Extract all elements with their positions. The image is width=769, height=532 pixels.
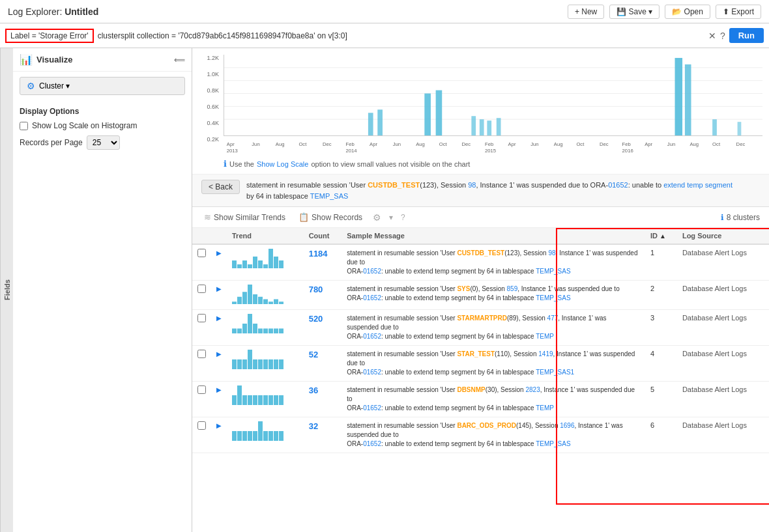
- svg-text:Aug: Aug: [416, 141, 425, 147]
- svg-rect-85: [237, 385, 242, 405]
- row-expand-cell: ▶: [211, 382, 227, 417]
- display-options: Display Options Show Log Scale on Histog…: [13, 100, 192, 156]
- chevron-down-icon[interactable]: ▾: [389, 213, 393, 222]
- expand-header: [211, 228, 227, 244]
- save-button[interactable]: 💾 Save ▾: [609, 5, 660, 19]
- svg-text:2013: 2013: [227, 148, 238, 154]
- run-button[interactable]: Run: [729, 28, 764, 43]
- open-button[interactable]: 📂 Open: [665, 5, 710, 19]
- svg-rect-74: [232, 359, 237, 369]
- row-checkbox[interactable]: [197, 350, 206, 358]
- svg-rect-86: [242, 395, 247, 405]
- main-layout: Fields 📊 Visualize ⟸ ⚙ Cluster ▾ Display…: [0, 48, 769, 532]
- back-bar: < Back statement in resumable session 'U…: [192, 175, 769, 207]
- expand-icon[interactable]: ▶: [216, 285, 222, 292]
- row-checkbox[interactable]: [197, 385, 206, 394]
- svg-rect-88: [253, 395, 257, 405]
- back-ora[interactable]: 01652: [608, 181, 628, 189]
- show-similar-trends-button[interactable]: ≋ Show Similar Trends: [201, 211, 288, 223]
- help-circle-icon[interactable]: ?: [401, 213, 405, 222]
- svg-text:Dec: Dec: [323, 141, 332, 147]
- row-checkbox-cell: [192, 244, 211, 281]
- trend-cell: [227, 382, 304, 417]
- top-bar: Log Explorer: Untitled + New 💾 Save ▾ 📂 …: [0, 0, 769, 23]
- cluster-button[interactable]: ⚙ Cluster ▾: [20, 77, 185, 95]
- svg-text:Apr: Apr: [508, 141, 516, 147]
- records-icon: 📋: [298, 212, 309, 222]
- svg-rect-84: [232, 395, 237, 405]
- collapse-icon[interactable]: ⟸: [174, 55, 185, 64]
- row-checkbox[interactable]: [197, 314, 206, 322]
- sparkline: [232, 421, 284, 441]
- query-text: clustersplit collection = '70cd879ab6c14…: [98, 31, 704, 40]
- y-axis: 1.2K 1.0K 0.8K 0.6K 0.4K 0.2K: [199, 55, 222, 143]
- svg-rect-93: [279, 395, 283, 405]
- svg-rect-101: [268, 431, 273, 441]
- back-tablespace[interactable]: TEMP_SAS: [310, 192, 349, 200]
- expand-icon[interactable]: ▶: [216, 350, 222, 357]
- row-checkbox[interactable]: [197, 249, 206, 257]
- svg-text:Jun: Jun: [530, 141, 538, 147]
- svg-rect-87: [248, 395, 252, 405]
- count-cell: 36: [304, 382, 342, 417]
- id-header: ID ▲: [645, 228, 677, 244]
- query-bar: Label = 'Storage Error' clustersplit col…: [0, 23, 769, 48]
- help-icon[interactable]: ?: [720, 31, 725, 41]
- svg-rect-62: [274, 300, 278, 305]
- row-expand-cell: ▶: [211, 310, 227, 346]
- svg-rect-98: [253, 431, 257, 441]
- svg-rect-50: [263, 264, 268, 268]
- trend-cell: [227, 281, 304, 310]
- table-row: ▶ 520 statement in resumable session 'Us…: [192, 310, 769, 346]
- svg-rect-47: [248, 264, 252, 268]
- svg-rect-65: [237, 329, 242, 334]
- x-axis: Apr 2013 Jun Aug Oct Dec Feb 2014 Apr Ju…: [224, 136, 762, 156]
- sparkline: [232, 314, 284, 333]
- back-user: CUSTDB_TEST: [368, 181, 420, 189]
- svg-rect-90: [263, 395, 268, 405]
- back-button[interactable]: < Back: [201, 180, 240, 194]
- count-header: Count: [304, 228, 342, 244]
- fields-tab[interactable]: Fields: [0, 48, 13, 532]
- svg-rect-78: [253, 359, 257, 369]
- svg-rect-70: [263, 329, 268, 334]
- expand-icon[interactable]: ▶: [216, 386, 222, 393]
- svg-rect-7: [424, 94, 431, 135]
- id-cell: 1: [645, 244, 677, 281]
- back-action[interactable]: extend temp segment: [663, 181, 733, 189]
- svg-rect-79: [258, 359, 263, 369]
- svg-rect-71: [268, 329, 273, 334]
- data-table: Trend Count Sample Message ID ▲ Log Sour…: [192, 228, 769, 453]
- svg-text:Dec: Dec: [600, 141, 609, 147]
- chart-svg: [224, 55, 762, 135]
- sample-msg-cell: statement in resumable session 'User STA…: [341, 310, 645, 346]
- svg-text:Apr: Apr: [645, 141, 652, 147]
- svg-rect-56: [242, 292, 247, 304]
- expand-icon[interactable]: ▶: [216, 315, 222, 322]
- new-button[interactable]: + New: [568, 5, 604, 19]
- svg-rect-77: [248, 350, 252, 369]
- log-scale-checkbox[interactable]: [20, 122, 28, 130]
- export-button[interactable]: ⬆ Export: [716, 5, 761, 19]
- svg-rect-81: [268, 359, 273, 369]
- gear-icon[interactable]: ⚙: [373, 212, 381, 223]
- svg-rect-67: [248, 314, 252, 333]
- expand-icon[interactable]: ▶: [216, 422, 222, 429]
- expand-icon[interactable]: ▶: [216, 249, 222, 257]
- x-axis-svg: Apr 2013 Jun Aug Oct Dec Feb 2014 Apr Ju…: [224, 138, 762, 158]
- back-session[interactable]: 98: [468, 181, 476, 189]
- row-checkbox[interactable]: [197, 285, 206, 293]
- trends-icon: ≋: [204, 212, 211, 222]
- id-cell: 2: [645, 281, 677, 310]
- chart-area: 1.2K 1.0K 0.8K 0.6K 0.4K 0.2K: [192, 48, 769, 175]
- table-toolbar: ≋ Show Similar Trends 📋 Show Records ⚙ ▾…: [192, 207, 769, 228]
- row-checkbox[interactable]: [197, 421, 206, 430]
- show-records-button[interactable]: 📋 Show Records: [296, 211, 365, 223]
- svg-text:Dec: Dec: [736, 141, 746, 147]
- svg-text:Aug: Aug: [276, 141, 285, 147]
- records-per-page-select[interactable]: 25 50 100: [87, 135, 120, 150]
- clear-icon[interactable]: ✕: [708, 31, 716, 41]
- show-log-scale-link[interactable]: Show Log Scale: [257, 160, 309, 168]
- table-row: ▶ 1184 statement in resumable session 'U…: [192, 244, 769, 281]
- svg-text:Oct: Oct: [576, 141, 585, 147]
